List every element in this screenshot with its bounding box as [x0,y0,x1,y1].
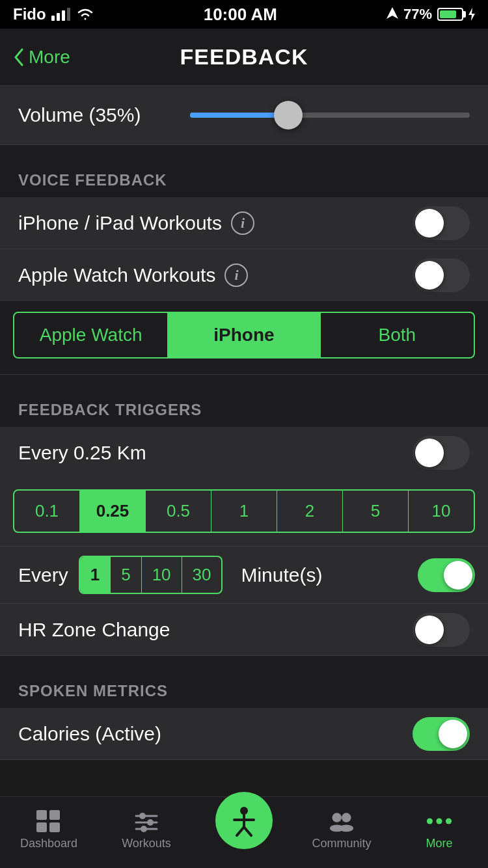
feedback-triggers-section: FEEDBACK TRIGGERS Every 0.25 Km 0.1 0.25… [0,388,488,656]
svg-marker-4 [386,7,398,19]
apple-watch-label: Apple Watch Workouts i [18,264,413,287]
every-km-label: Every 0.25 Km [18,442,413,464]
svg-rect-7 [49,810,60,820]
calories-toggle[interactable] [413,717,470,751]
spacer-1 [0,145,488,158]
chevron-left-icon [13,48,25,66]
svg-point-27 [446,818,452,824]
spoken-metrics-section: SPOKEN METRICS Calories (Active) [0,669,488,760]
svg-rect-2 [62,10,65,21]
min-5[interactable]: 5 [111,557,141,593]
svg-point-21 [332,813,342,822]
svg-point-13 [139,813,146,819]
tab-workouts[interactable]: Workouts [98,809,195,856]
dist-0.5[interactable]: 0.5 [146,491,211,532]
charging-icon [468,8,475,21]
tab-dashboard-label: Dashboard [20,837,77,850]
tab-community-label: Community [312,837,371,850]
minutes-suffix: Minute(s) [233,564,407,586]
signal-icon [51,8,71,21]
segment-apple-watch[interactable]: Apple Watch [14,313,167,357]
voice-feedback-header: VOICE FEEDBACK [0,158,488,197]
location-icon [386,7,398,21]
wifi-icon [76,7,94,21]
time-display: 10:00 AM [204,5,277,25]
apple-watch-info-icon[interactable]: i [224,264,248,287]
battery-icon [437,8,463,21]
tab-more-label: More [426,837,452,850]
workouts-icon [133,809,159,833]
distance-segment: 0.1 0.25 0.5 1 2 5 10 [0,479,488,547]
svg-rect-8 [36,822,47,832]
voice-segment-control: Apple Watch iPhone Both [13,312,475,359]
svg-point-15 [141,826,147,832]
svg-rect-6 [36,810,47,820]
every-km-row: Every 0.25 Km [0,427,488,479]
calories-label: Calories (Active) [18,723,413,745]
spoken-metrics-header: SPOKEN METRICS [0,669,488,708]
activity-icon [228,804,260,837]
back-button[interactable]: More [13,47,70,68]
status-bar: Fido 10:00 AM 77% [0,0,488,29]
volume-row: Volume (35%) [0,86,488,145]
dashboard-icon [36,809,62,833]
hr-zone-toggle[interactable] [413,613,470,647]
dist-5[interactable]: 5 [343,491,409,532]
minutes-label: Every [18,564,68,586]
dist-0.25[interactable]: 0.25 [80,491,146,532]
svg-point-14 [147,819,154,826]
svg-line-19 [237,827,244,835]
segment-both[interactable]: Both [321,313,474,357]
svg-point-26 [436,818,442,824]
distance-options: 0.1 0.25 0.5 1 2 5 10 [13,489,475,533]
iphone-workouts-label: iPhone / iPad Workouts i [18,211,413,235]
tab-dashboard[interactable]: Dashboard [0,809,98,856]
svg-rect-1 [57,13,60,21]
svg-line-20 [244,827,251,835]
calories-row: Calories (Active) [0,708,488,760]
iphone-workouts-toggle[interactable] [413,206,470,240]
dist-0.1[interactable]: 0.1 [14,491,80,532]
svg-point-22 [342,813,351,822]
tab-workouts-label: Workouts [122,837,171,850]
dist-1[interactable]: 1 [211,491,277,532]
apple-watch-toggle-knob [415,261,444,290]
back-label: More [29,47,70,68]
minutes-row: Every 1 5 10 30 Minute(s) [0,547,488,604]
segment-iphone[interactable]: iPhone [167,313,320,357]
nav-bar: More FEEDBACK [0,29,488,86]
activity-button[interactable] [215,792,273,849]
dist-2[interactable]: 2 [277,491,343,532]
svg-rect-9 [49,822,60,832]
hr-zone-row: HR Zone Change [0,604,488,656]
svg-point-25 [427,818,433,824]
apple-watch-row: Apple Watch Workouts i [0,249,488,301]
minutes-toggle-knob [444,561,472,590]
svg-marker-5 [468,8,475,21]
volume-label: Volume (35%) [18,104,174,126]
feedback-triggers-header: FEEDBACK TRIGGERS [0,388,488,427]
min-10[interactable]: 10 [142,557,182,593]
voice-feedback-section: VOICE FEEDBACK iPhone / iPad Workouts i … [0,158,488,375]
dist-10[interactable]: 10 [409,491,474,532]
more-icon [426,809,452,833]
status-right: 77% [386,6,475,23]
iphone-info-icon[interactable]: i [231,211,254,235]
min-30[interactable]: 30 [182,557,222,593]
tab-more[interactable]: More [390,809,488,856]
calories-toggle-knob [439,720,467,748]
page-title: FEEDBACK [180,44,308,70]
svg-point-24 [339,824,353,832]
hr-zone-toggle-knob [415,616,444,644]
every-km-toggle[interactable] [413,436,470,470]
tab-community[interactable]: Community [293,809,390,856]
carrier-label: Fido [13,5,46,23]
minutes-segment: 1 5 10 30 [79,556,223,594]
minutes-toggle[interactable] [418,558,475,592]
volume-slider-container [190,113,470,118]
apple-watch-toggle[interactable] [413,258,470,292]
every-km-toggle-knob [415,439,444,467]
tab-center [195,811,293,854]
svg-rect-3 [67,8,70,21]
min-1[interactable]: 1 [80,557,111,593]
